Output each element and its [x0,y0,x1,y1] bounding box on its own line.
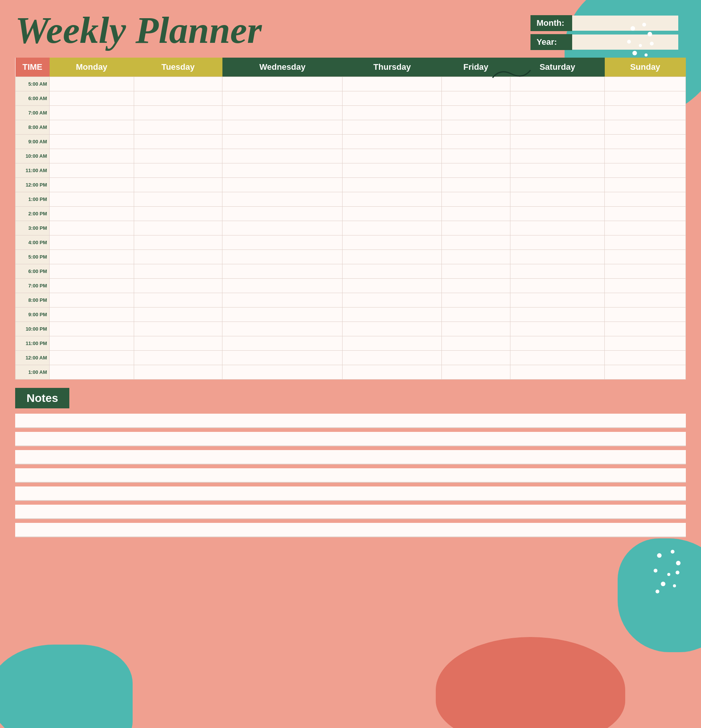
schedule-cell[interactable] [510,221,605,235]
schedule-cell[interactable] [510,178,605,192]
schedule-cell[interactable] [441,106,510,120]
schedule-cell[interactable] [441,279,510,293]
schedule-cell[interactable] [441,120,510,135]
schedule-cell[interactable] [441,308,510,322]
schedule-cell[interactable] [605,163,686,178]
schedule-cell[interactable] [510,250,605,264]
schedule-cell[interactable] [50,120,134,135]
schedule-cell[interactable] [510,120,605,135]
schedule-cell[interactable] [343,235,441,250]
schedule-cell[interactable] [222,106,343,120]
schedule-cell[interactable] [50,250,134,264]
schedule-cell[interactable] [50,264,134,279]
schedule-cell[interactable] [343,250,441,264]
notes-line[interactable] [15,414,686,428]
schedule-cell[interactable] [510,192,605,207]
schedule-cell[interactable] [605,279,686,293]
schedule-cell[interactable] [50,91,134,106]
schedule-cell[interactable] [441,207,510,221]
schedule-cell[interactable] [134,264,222,279]
schedule-cell[interactable] [605,235,686,250]
schedule-cell[interactable] [605,192,686,207]
schedule-cell[interactable] [605,250,686,264]
schedule-cell[interactable] [441,91,510,106]
schedule-cell[interactable] [441,221,510,235]
schedule-cell[interactable] [605,336,686,351]
schedule-cell[interactable] [343,221,441,235]
schedule-cell[interactable] [605,221,686,235]
schedule-cell[interactable] [605,77,686,91]
schedule-cell[interactable] [134,322,222,336]
schedule-cell[interactable] [605,207,686,221]
schedule-cell[interactable] [134,163,222,178]
schedule-cell[interactable] [222,221,343,235]
schedule-cell[interactable] [510,149,605,163]
schedule-cell[interactable] [605,322,686,336]
schedule-cell[interactable] [50,149,134,163]
schedule-cell[interactable] [343,293,441,308]
schedule-cell[interactable] [222,308,343,322]
schedule-cell[interactable] [343,120,441,135]
schedule-cell[interactable] [343,149,441,163]
schedule-cell[interactable] [50,336,134,351]
schedule-cell[interactable] [441,235,510,250]
schedule-cell[interactable] [222,163,343,178]
schedule-cell[interactable] [343,351,441,365]
schedule-cell[interactable] [343,192,441,207]
schedule-cell[interactable] [441,322,510,336]
schedule-cell[interactable] [50,308,134,322]
schedule-cell[interactable] [343,336,441,351]
schedule-cell[interactable] [441,178,510,192]
schedule-cell[interactable] [222,149,343,163]
schedule-cell[interactable] [605,293,686,308]
schedule-cell[interactable] [222,279,343,293]
schedule-cell[interactable] [50,293,134,308]
schedule-cell[interactable] [510,336,605,351]
schedule-cell[interactable] [441,163,510,178]
schedule-cell[interactable] [510,163,605,178]
schedule-cell[interactable] [50,351,134,365]
schedule-cell[interactable] [441,293,510,308]
notes-line[interactable] [15,432,686,446]
schedule-cell[interactable] [222,207,343,221]
schedule-cell[interactable] [510,207,605,221]
schedule-cell[interactable] [50,322,134,336]
schedule-cell[interactable] [441,264,510,279]
schedule-cell[interactable] [134,235,222,250]
schedule-cell[interactable] [441,149,510,163]
schedule-cell[interactable] [441,336,510,351]
schedule-cell[interactable] [510,322,605,336]
schedule-cell[interactable] [605,264,686,279]
schedule-cell[interactable] [343,322,441,336]
schedule-cell[interactable] [134,207,222,221]
schedule-cell[interactable] [222,293,343,308]
schedule-cell[interactable] [50,163,134,178]
schedule-cell[interactable] [605,91,686,106]
notes-line[interactable] [15,523,686,537]
schedule-cell[interactable] [50,207,134,221]
schedule-cell[interactable] [343,178,441,192]
schedule-cell[interactable] [605,351,686,365]
schedule-cell[interactable] [134,178,222,192]
notes-line[interactable] [15,486,686,501]
schedule-cell[interactable] [50,77,134,91]
schedule-cell[interactable] [50,106,134,120]
schedule-cell[interactable] [134,120,222,135]
schedule-cell[interactable] [441,192,510,207]
schedule-cell[interactable] [134,293,222,308]
schedule-cell[interactable] [510,365,605,380]
schedule-cell[interactable] [134,77,222,91]
schedule-cell[interactable] [50,365,134,380]
schedule-cell[interactable] [343,308,441,322]
schedule-cell[interactable] [134,308,222,322]
schedule-cell[interactable] [222,77,343,91]
schedule-cell[interactable] [134,135,222,149]
schedule-cell[interactable] [222,351,343,365]
schedule-cell[interactable] [50,135,134,149]
schedule-cell[interactable] [222,192,343,207]
schedule-cell[interactable] [343,91,441,106]
schedule-cell[interactable] [134,221,222,235]
schedule-cell[interactable] [222,322,343,336]
schedule-cell[interactable] [343,77,441,91]
schedule-cell[interactable] [343,207,441,221]
